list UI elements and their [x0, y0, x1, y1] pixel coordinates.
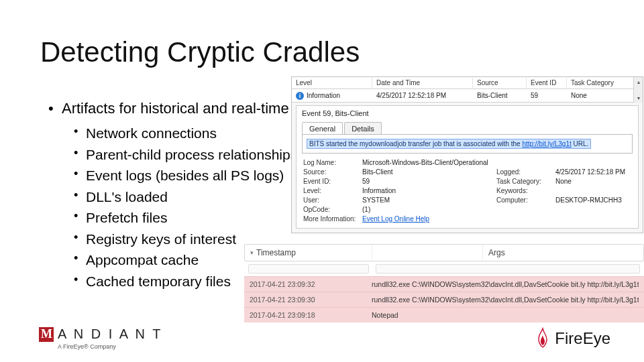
- forensic-table: ▾Timestamp Args 2017-04-21 23:09:32 rund…: [244, 244, 644, 322]
- event-list-scrollbar[interactable]: ▴ ▾: [633, 77, 643, 103]
- val-computer: DESKTOP-RMJCHH3: [555, 196, 643, 204]
- cell-args: rundll32.exe C:\WINDOWS\system32\davclnt…: [372, 280, 639, 288]
- col-timestamp[interactable]: ▾Timestamp: [245, 245, 372, 261]
- bullet-top: Artifacts for historical and real-time d: [48, 97, 301, 120]
- lbl-logname: Log Name:: [303, 159, 362, 166]
- col-args-label: Args: [488, 248, 505, 257]
- lbl-task: Task Category:: [496, 178, 555, 185]
- tab-general[interactable]: General: [302, 122, 343, 134]
- mandiant-subtitle: A FireEye® Company: [58, 343, 162, 350]
- mandiant-mark-icon: [39, 327, 54, 342]
- fireeye-logo: FireEye: [535, 327, 610, 350]
- forensic-row[interactable]: 2017-04-21 23:09:18 Notepad: [244, 307, 644, 322]
- val-keywords: [555, 187, 643, 194]
- scroll-down-icon[interactable]: ▾: [634, 93, 643, 103]
- event-detail-pane: Event 59, Bits-Client General Details BI…: [296, 105, 639, 229]
- lbl-computer: Computer:: [496, 196, 555, 204]
- filter-args[interactable]: [376, 264, 640, 274]
- event-list-row[interactable]: i Information 4/25/2017 12:52:18 PM Bits…: [292, 89, 643, 103]
- forensic-header: ▾Timestamp Args: [244, 244, 644, 261]
- cell-datetime: 4/25/2017 12:52:18 PM: [372, 90, 473, 101]
- val-user: SYSTEM: [362, 196, 496, 204]
- col-timestamp-label: Timestamp: [256, 248, 296, 257]
- lbl-opcode: OpCode:: [303, 206, 362, 213]
- col-args[interactable]: Args: [482, 245, 643, 261]
- val-logged: 4/25/2017 12:52:18 PM: [555, 168, 643, 176]
- event-message-post: URL.: [572, 140, 589, 147]
- lbl-user: User:: [303, 196, 362, 204]
- lbl-moreinfo: More Information:: [303, 215, 362, 223]
- cell-timestamp: 2017-04-21 23:09:32: [250, 280, 372, 288]
- val-level: Information: [362, 187, 496, 194]
- tab-details[interactable]: Details: [344, 122, 382, 134]
- val-opcode: (1): [362, 206, 643, 213]
- val-eventid: 59: [362, 178, 496, 185]
- bullet-item: Parent-child process relationships: [74, 144, 301, 166]
- mandiant-logo: A N D I A N T A FireEye® Company: [39, 326, 162, 350]
- bullet-item: Event logs (besides all PS logs): [74, 165, 301, 186]
- val-logname: Microsoft-Windows-Bits-Client/Operationa…: [362, 159, 643, 166]
- cell-level: Information: [307, 92, 340, 99]
- filter-timestamp[interactable]: [248, 264, 369, 274]
- event-list-header: Level Date and Time Source Event ID Task…: [292, 77, 643, 89]
- forensic-filter-row: [244, 261, 644, 276]
- event-properties-grid: Log Name: Microsoft-Windows-Bits-Client/…: [303, 159, 631, 223]
- link-event-log-help[interactable]: Event Log Online Help: [362, 215, 643, 223]
- cell-task: None: [567, 90, 643, 101]
- slide-title: Detecting Cryptic Cradles: [40, 36, 360, 68]
- event-message-box: BITS started the mydownloadjob transfer …: [302, 134, 633, 154]
- event-message[interactable]: BITS started the mydownloadjob transfer …: [307, 139, 591, 149]
- chevron-down-icon: ▾: [250, 249, 254, 256]
- col-taskcat[interactable]: Task Category: [567, 78, 643, 88]
- forensic-row[interactable]: 2017-04-21 23:09:30 rundll32.exe C:\WIND…: [244, 292, 644, 307]
- col-source[interactable]: Source: [473, 78, 527, 88]
- col-level[interactable]: Level: [292, 78, 372, 88]
- event-message-link[interactable]: http://bit.ly/L3g1t: [522, 140, 571, 147]
- mandiant-wordmark: A N D I A N T: [58, 326, 162, 342]
- event-viewer-window: Level Date and Time Source Event ID Task…: [291, 76, 643, 233]
- cell-eventid: 59: [527, 90, 567, 101]
- lbl-logged: Logged:: [496, 168, 555, 176]
- bullet-item: Prefetch files: [74, 207, 301, 229]
- scroll-up-icon[interactable]: ▴: [634, 77, 643, 86]
- lbl-source: Source:: [303, 168, 362, 176]
- cell-args: Notepad: [372, 311, 639, 319]
- forensic-row[interactable]: 2017-04-21 23:09:32 rundll32.exe C:\WIND…: [244, 276, 644, 292]
- bullet-item: Network connections: [74, 123, 301, 144]
- event-detail-title: Event 59, Bits-Client: [297, 107, 638, 119]
- bullet-item: DLL's loaded: [74, 186, 301, 208]
- val-source: Bits-Client: [362, 168, 496, 176]
- col-eventid[interactable]: Event ID: [527, 78, 567, 88]
- val-task: None: [555, 178, 643, 185]
- cell-source: Bits-Client: [473, 90, 527, 101]
- info-icon: i: [296, 92, 304, 100]
- cell-timestamp: 2017-04-21 23:09:30: [250, 296, 372, 304]
- flame-icon: [535, 327, 551, 350]
- cell-args: rundll32.exe C:\WINDOWS\system32\davclnt…: [372, 296, 639, 304]
- cell-timestamp: 2017-04-21 23:09:18: [250, 311, 372, 319]
- event-message-pre: BITS started the mydownloadjob transfer …: [309, 140, 522, 147]
- lbl-level: Level:: [303, 187, 362, 194]
- lbl-keywords: Keywords:: [496, 187, 555, 194]
- col-datetime[interactable]: Date and Time: [372, 78, 473, 88]
- lbl-eventid: Event ID:: [303, 178, 362, 185]
- fireeye-wordmark: FireEye: [555, 329, 610, 348]
